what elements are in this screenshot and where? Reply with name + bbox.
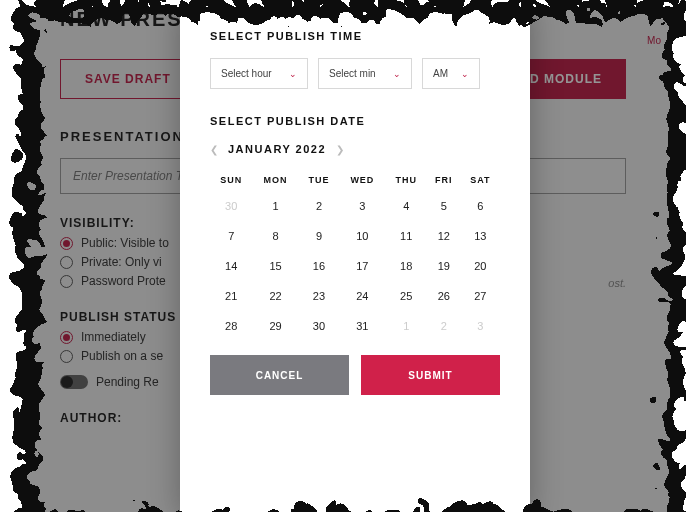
calendar-week-row: 14151617181920 [210, 251, 500, 281]
calendar-day-cell[interactable]: 9 [299, 221, 340, 251]
calendar-day-cell[interactable]: 15 [252, 251, 298, 281]
calendar-day-cell[interactable]: 5 [427, 191, 461, 221]
calendar-day-cell[interactable]: 3 [339, 191, 385, 221]
calendar-day-cell[interactable]: 25 [386, 281, 427, 311]
calendar-day-header: SUN [210, 169, 252, 191]
calendar-day-cell[interactable]: 8 [252, 221, 298, 251]
calendar-day-cell[interactable]: 7 [210, 221, 252, 251]
time-selects-row: Select hour⌄ Select min⌄ AM⌄ [210, 58, 500, 89]
calendar-day-cell[interactable]: 19 [427, 251, 461, 281]
calendar-day-cell[interactable]: 13 [461, 221, 500, 251]
chevron-down-icon: ⌄ [289, 69, 297, 79]
calendar-week-row: 21222324252627 [210, 281, 500, 311]
calendar-day-cell[interactable]: 14 [210, 251, 252, 281]
calendar-day-header: FRI [427, 169, 461, 191]
prev-month-button[interactable]: ❮ [210, 144, 218, 155]
time-heading: SELECT PUBLISH TIME [210, 30, 500, 42]
calendar-day-cell[interactable]: 30 [210, 191, 252, 221]
cancel-button[interactable]: CANCEL [210, 355, 349, 395]
select-hour[interactable]: Select hour⌄ [210, 58, 308, 89]
calendar-day-cell[interactable]: 27 [461, 281, 500, 311]
next-month-button[interactable]: ❯ [336, 144, 344, 155]
select-label: AM [433, 68, 448, 79]
chevron-down-icon: ⌄ [393, 69, 401, 79]
calendar-day-cell[interactable]: 1 [252, 191, 298, 221]
chevron-down-icon: ⌄ [461, 69, 469, 79]
select-min[interactable]: Select min⌄ [318, 58, 412, 89]
calendar-day-cell[interactable]: 30 [299, 311, 340, 341]
calendar-day-cell[interactable]: 24 [339, 281, 385, 311]
calendar-day-cell[interactable]: 28 [210, 311, 252, 341]
calendar-day-cell[interactable]: 1 [386, 311, 427, 341]
calendar-day-cell[interactable]: 12 [427, 221, 461, 251]
modal-footer: CANCEL SUBMIT [210, 355, 500, 395]
select-label: Select hour [221, 68, 272, 79]
calendar-day-cell[interactable]: 10 [339, 221, 385, 251]
calendar-week-row: 30123456 [210, 191, 500, 221]
calendar-day-cell[interactable]: 31 [339, 311, 385, 341]
calendar-day-cell[interactable]: 2 [299, 191, 340, 221]
calendar-day-cell[interactable]: 17 [339, 251, 385, 281]
calendar-day-cell[interactable]: 3 [461, 311, 500, 341]
calendar-day-cell[interactable]: 20 [461, 251, 500, 281]
month-nav: ❮ JANUARY 2022 ❯ [210, 143, 500, 155]
calendar-day-cell[interactable]: 11 [386, 221, 427, 251]
calendar-day-cell[interactable]: 21 [210, 281, 252, 311]
calendar-header-row: SUNMONTUEWEDTHUFRISAT [210, 169, 500, 191]
calendar-day-cell[interactable]: 23 [299, 281, 340, 311]
calendar-day-header: SAT [461, 169, 500, 191]
calendar-day-cell[interactable]: 4 [386, 191, 427, 221]
calendar-day-cell[interactable]: 22 [252, 281, 298, 311]
calendar-week-row: 78910111213 [210, 221, 500, 251]
calendar-day-cell[interactable]: 2 [427, 311, 461, 341]
calendar-day-cell[interactable]: 29 [252, 311, 298, 341]
calendar-day-header: TUE [299, 169, 340, 191]
month-label: JANUARY 2022 [228, 143, 326, 155]
calendar-day-header: WED [339, 169, 385, 191]
calendar-week-row: 28293031123 [210, 311, 500, 341]
calendar-day-header: THU [386, 169, 427, 191]
date-heading: SELECT PUBLISH DATE [210, 115, 500, 127]
submit-button[interactable]: SUBMIT [361, 355, 500, 395]
calendar-day-header: MON [252, 169, 298, 191]
calendar: SUNMONTUEWEDTHUFRISAT 301234567891011121… [210, 169, 500, 341]
publish-modal: SELECT PUBLISH TIME Select hour⌄ Select … [180, 0, 530, 512]
calendar-day-cell[interactable]: 6 [461, 191, 500, 221]
calendar-day-cell[interactable]: 26 [427, 281, 461, 311]
calendar-day-cell[interactable]: 16 [299, 251, 340, 281]
select-ampm[interactable]: AM⌄ [422, 58, 480, 89]
select-label: Select min [329, 68, 376, 79]
calendar-day-cell[interactable]: 18 [386, 251, 427, 281]
